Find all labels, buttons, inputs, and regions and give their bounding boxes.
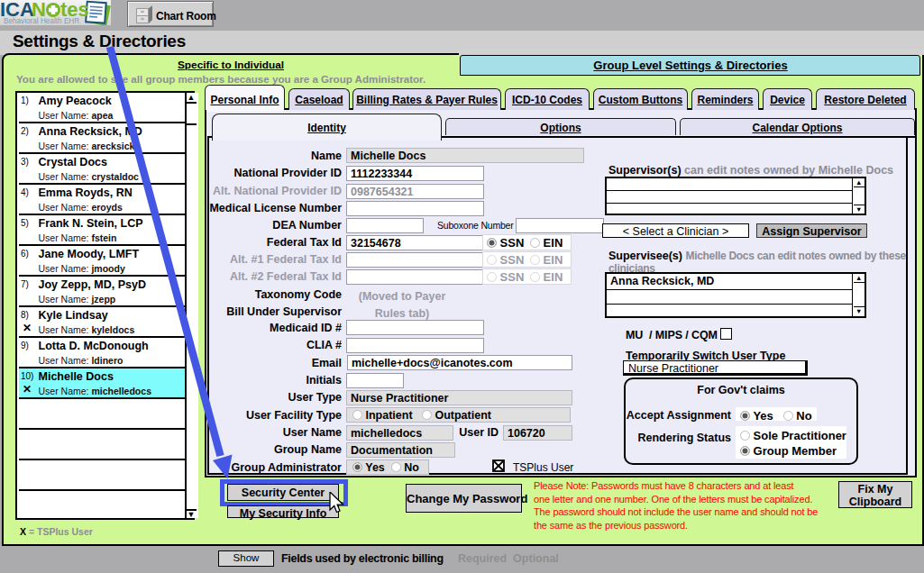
svg-text:Behavioral Health EHR: Behavioral Health EHR — [4, 17, 79, 25]
